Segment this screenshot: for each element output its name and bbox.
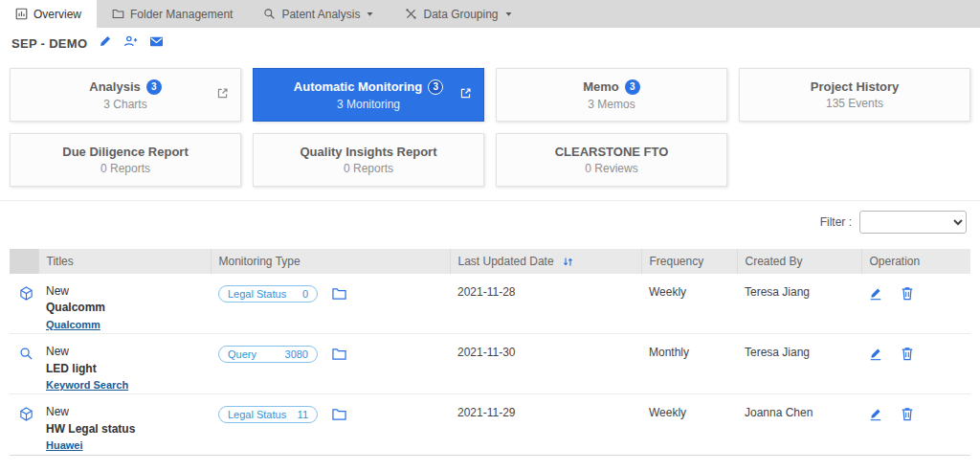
last-updated-cell: 2021-11-29 xyxy=(450,394,641,455)
card-subtitle: 0 Reports xyxy=(344,162,393,175)
chevron-down-icon xyxy=(504,10,513,18)
card-subtitle: 135 Events xyxy=(826,97,883,110)
row-source-link[interactable]: Huawei xyxy=(46,438,83,454)
card-quality-insights-report[interactable]: Quality Insights Report 0 Reports xyxy=(253,133,484,187)
search-icon xyxy=(19,350,33,364)
frequency-cell: Weekly xyxy=(641,394,737,455)
folder-icon[interactable] xyxy=(332,348,346,361)
delete-icon[interactable] xyxy=(901,286,914,301)
header-frequency: Frequency xyxy=(641,249,737,274)
overview-icon xyxy=(15,8,28,20)
edit-icon xyxy=(99,34,112,52)
patent-analysis-icon xyxy=(263,8,276,20)
frequency-cell: Weekly xyxy=(641,274,737,334)
card-due-diligence-report[interactable]: Due Diligence Report 0 Reports xyxy=(10,133,241,187)
operation-cell xyxy=(861,334,970,394)
data-grouping-icon xyxy=(405,8,417,20)
filter-select[interactable] xyxy=(859,211,967,234)
row-type-cell xyxy=(10,334,38,394)
frequency-cell: Monthly xyxy=(641,334,737,394)
folder-icon[interactable] xyxy=(332,287,346,301)
created-by-cell: Teresa Jiang xyxy=(737,334,861,394)
row-type-cell xyxy=(10,274,38,334)
card-title: Automatic Monitoring xyxy=(294,79,422,94)
table-row: New Qualcomm Qualcomm Legal Status 0 202… xyxy=(10,274,970,334)
tab-folder-management[interactable]: Folder Management xyxy=(97,0,248,28)
type-pill[interactable]: Query 3080 xyxy=(218,346,318,363)
external-link-icon[interactable] xyxy=(459,86,472,103)
operation-cell xyxy=(861,394,970,455)
card-title: Analysis xyxy=(89,79,140,94)
tab-label: Folder Management xyxy=(130,8,233,21)
table-row: New LED light Keyword Search Query 3080 … xyxy=(10,334,970,394)
card-title: CLEARSTONE FTO xyxy=(555,145,669,159)
card-title: Quality Insights Report xyxy=(300,145,436,159)
add-user-button[interactable] xyxy=(123,34,138,52)
tab-data-grouping[interactable]: Data Grouping xyxy=(390,0,527,28)
tab-patent-analysis[interactable]: Patent Analysis xyxy=(248,0,390,28)
title-cell: New LED light Keyword Search xyxy=(38,334,211,394)
header-operation: Operation xyxy=(861,249,970,274)
card-title: Due Diligence Report xyxy=(62,145,188,159)
edit-icon[interactable] xyxy=(869,408,882,421)
table-header-row: Titles Monitoring Type Last Updated Date… xyxy=(10,249,970,274)
edit-icon[interactable] xyxy=(869,348,882,361)
row-source-link[interactable]: Qualcomm xyxy=(46,318,100,333)
project-bar: SEP - DEMO xyxy=(0,28,980,58)
folder-icon[interactable] xyxy=(332,408,346,421)
created-by-cell: Teresa Jiang xyxy=(737,274,861,334)
monitoring-section: Filter : Titles Monitoring Type Last Upd… xyxy=(0,200,980,456)
card-analysis[interactable]: Analysis 3 3 Charts xyxy=(10,68,241,122)
tab-label: Patent Analysis xyxy=(281,8,360,21)
delete-icon[interactable] xyxy=(901,347,914,361)
last-updated-cell: 2021-11-30 xyxy=(450,334,641,394)
monitoring-type-cell: Query 3080 xyxy=(211,334,450,394)
title-cell: New Qualcomm Qualcomm xyxy=(38,274,211,334)
tab-overview[interactable]: Overview xyxy=(0,0,97,28)
tab-bar: Overview Folder Management Patent Analys… xyxy=(0,0,980,28)
count-badge: 3 xyxy=(625,79,640,95)
card-subtitle: 3 Memos xyxy=(588,98,635,111)
card-automatic-monitoring[interactable]: Automatic Monitoring 3 3 Monitoring xyxy=(253,68,484,122)
mail-button[interactable] xyxy=(149,34,164,52)
sort-icon[interactable] xyxy=(562,256,574,268)
card-title: Memo xyxy=(583,79,619,94)
header-last-updated: Last Updated Date xyxy=(450,249,641,274)
tab-label: Overview xyxy=(33,8,81,21)
header-monitoring-type: Monitoring Type xyxy=(211,249,450,274)
card-memo[interactable]: Memo 3 3 Memos xyxy=(496,68,727,122)
chevron-down-icon xyxy=(366,10,374,18)
folder-icon xyxy=(112,8,124,20)
card-subtitle: 0 Reviews xyxy=(585,162,637,175)
filter-bar: Filter : xyxy=(0,201,980,237)
operation-cell xyxy=(861,274,970,334)
card-project-history[interactable]: Project History 135 Events xyxy=(739,68,970,122)
last-updated-cell: 2021-11-28 xyxy=(450,274,641,334)
project-name: SEP - DEMO xyxy=(11,36,87,51)
count-badge: 3 xyxy=(146,79,162,95)
card-subtitle: 3 Charts xyxy=(103,98,146,111)
row-source-link[interactable]: Keyword Search xyxy=(46,378,128,393)
card-clearstone-fto[interactable]: CLEARSTONE FTO 0 Reviews xyxy=(496,133,727,187)
header-icon-cell xyxy=(10,249,38,274)
external-link-icon[interactable] xyxy=(216,86,229,103)
row-type-cell xyxy=(10,394,38,455)
row-status: New xyxy=(46,344,203,360)
table-row: New HW Legal status Huawei Legal Status … xyxy=(10,394,970,455)
edit-project-button[interactable] xyxy=(99,34,112,52)
count-badge: 3 xyxy=(428,79,443,95)
card-subtitle: 0 Reports xyxy=(100,162,150,175)
title-cell: New HW Legal status Huawei xyxy=(38,394,211,455)
delete-icon[interactable] xyxy=(901,407,914,421)
created-by-cell: Joanna Chen xyxy=(737,394,861,455)
row-title: Qualcomm xyxy=(46,300,203,316)
summary-cards: Analysis 3 3 Charts Automatic Monitoring… xyxy=(0,58,980,192)
cube-icon xyxy=(19,290,33,303)
type-pill[interactable]: Legal Status 0 xyxy=(218,285,318,303)
type-pill[interactable]: Legal Status 11 xyxy=(218,406,318,423)
cube-icon xyxy=(19,411,33,424)
header-created-by: Created By xyxy=(737,249,861,274)
edit-icon[interactable] xyxy=(869,287,882,301)
row-title: LED light xyxy=(46,361,203,377)
row-status: New xyxy=(46,283,203,300)
